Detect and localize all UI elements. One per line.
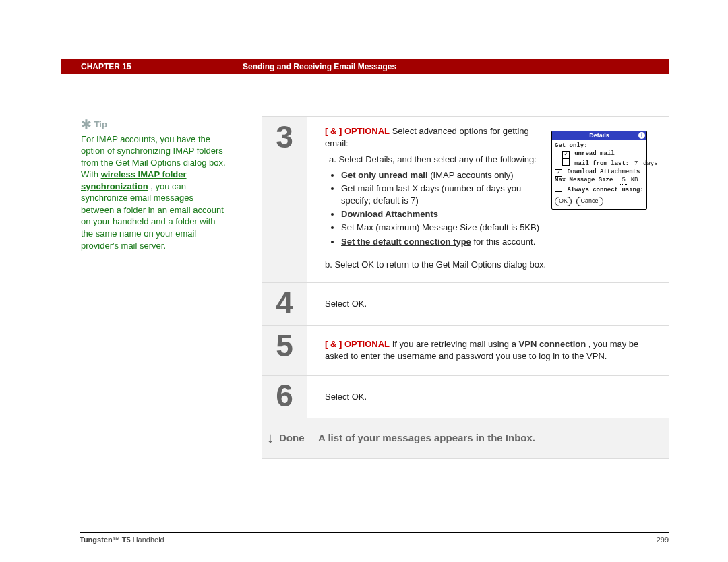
product-bold: Tungsten™ T5 (80, 536, 131, 544)
step-row-3: 3 [ & ] OPTIONAL Select advanced options… (262, 116, 669, 282)
step-number: 4 (262, 283, 307, 325)
details-dialog-title: Details (589, 132, 609, 139)
days-value[interactable]: 7 (633, 160, 640, 168)
step-body: Select OK. (307, 283, 669, 325)
tip-box: ✱ Tip For IMAP accounts, you have the op… (81, 116, 226, 251)
done-arrow-icon: ↓ (262, 429, 279, 447)
step-number: 6 (262, 376, 307, 418)
step-row-6: 6 Select OK. (262, 375, 669, 418)
step-row-5: 5 [ & ] OPTIONAL If you are retrieving m… (262, 325, 669, 375)
chapter-label: CHAPTER 15 (61, 62, 243, 71)
max-size-value[interactable]: 5 (620, 177, 627, 185)
link-vpn-connection[interactable]: VPN connection (519, 339, 586, 349)
product-name: Tungsten™ T5 Handheld (80, 536, 164, 544)
unread-label: unread mail (574, 150, 614, 157)
done-text: A list of your messages appears in the I… (318, 432, 535, 443)
chapter-header: CHAPTER 15 Sending and Receiving Email M… (61, 59, 669, 74)
step-number: 5 (262, 326, 307, 375)
page-number: 299 (657, 536, 669, 544)
chapter-title: Sending and Receiving Email Messages (243, 62, 396, 71)
step5-pre: If you are retrieving mail using a (392, 339, 519, 349)
always-connect-label: Always connect using: (567, 187, 643, 193)
cancel-button[interactable]: Cancel (576, 197, 603, 206)
info-icon[interactable]: i (638, 132, 645, 139)
product-rest: Handheld (131, 536, 164, 544)
max-size-label: Max Message Size (555, 177, 613, 183)
checkbox-unread[interactable]: ✓ (562, 151, 570, 158)
step-row-4: 4 Select OK. (262, 282, 669, 325)
checkbox-mail-from-last[interactable] (562, 158, 570, 166)
ok-button[interactable]: OK (555, 197, 572, 206)
step-number: 3 (262, 117, 307, 282)
steps-list: 3 [ & ] OPTIONAL Select advanced options… (262, 116, 669, 459)
optional-tag: [ & ] OPTIONAL (325, 126, 390, 136)
step3-a-label: a. (329, 154, 336, 164)
optional-tag: [ & ] OPTIONAL (325, 339, 390, 349)
tip-body-post: , you can synchronize email messages bet… (81, 181, 224, 251)
link-default-connection[interactable]: Set the default connection type (341, 237, 471, 247)
page-footer: Tungsten™ T5 Handheld 299 (80, 532, 669, 544)
link-download-attachments[interactable]: Download Attachments (341, 209, 438, 219)
step-body: [ & ] OPTIONAL If you are retrieving mai… (307, 326, 669, 375)
days-unit: days (643, 160, 658, 167)
tip-star-icon: ✱ (81, 117, 92, 131)
get-only-label: Get only: (555, 142, 588, 149)
download-att-label: Download Attachments (567, 168, 640, 175)
link-get-only-unread[interactable]: Get only unread mail (341, 170, 428, 180)
step3-b5-post: for this account. (473, 237, 535, 247)
checkbox-always-connect[interactable] (555, 185, 562, 192)
step3-bullet-4: Set Max (maximum) Message Size (default … (341, 222, 549, 234)
step3-b-text: Select OK to return to the Get Mail Opti… (334, 259, 546, 270)
mail-from-last-label: mail from last: (574, 160, 629, 167)
step3-b-label: b. (325, 259, 332, 270)
step-body: [ & ] OPTIONAL Select advanced options f… (307, 117, 669, 282)
details-dialog: Details i Get only: ✓ unread mail mail f… (551, 131, 647, 210)
step3-bullet-2: Get mail from last X days (number of day… (341, 183, 549, 207)
step3-b1-note: (IMAP accounts only) (430, 170, 513, 180)
step3-a-text: Select Details, and then select any of t… (338, 154, 536, 164)
tip-heading: Tip (94, 119, 107, 129)
step-body: Select OK. (307, 376, 669, 418)
done-row: ↓ Done A list of your messages appears i… (262, 418, 669, 459)
details-dialog-title-bar: Details i (552, 131, 646, 140)
checkbox-download-att[interactable]: ✓ (555, 169, 562, 177)
max-size-unit: KB (631, 177, 638, 183)
done-label: Done (279, 432, 318, 443)
